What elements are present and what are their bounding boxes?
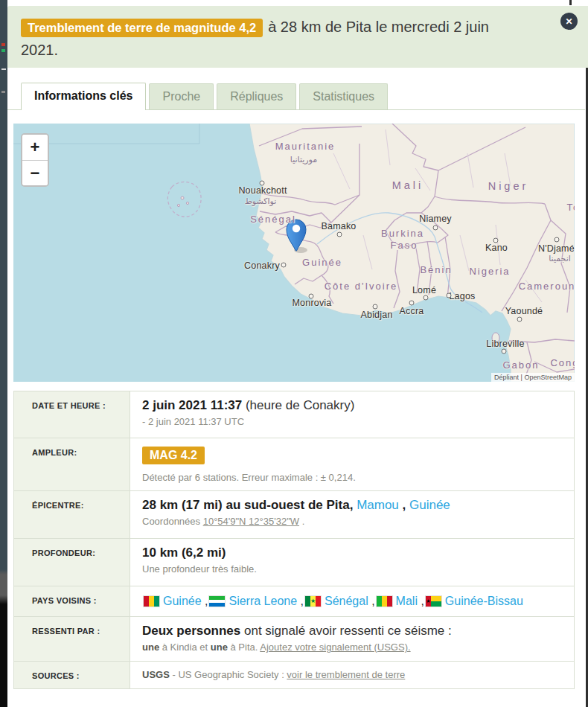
scrollbar-tick [569,0,572,5]
city-marker-icon [309,294,314,299]
map[interactable]: MauritanieموريتانياNouakchottنواكشوطSéné… [13,124,575,382]
magnitude-badge: MAG 4.2 [142,447,205,464]
flag-gw-icon: ★ [426,596,441,607]
link[interactable]: Mali [396,595,418,607]
table-row: ÉPICENTRE:28 km (17 mi) au sud-ouest de … [14,491,574,539]
map-label: Niamey [419,214,452,224]
link[interactable]: 10°54'9"N 12°35'32"W [203,516,299,527]
background-page-edge [0,0,7,707]
earthquake-dialog: Tremblement de terre de magnitude 4,2à 2… [0,0,588,707]
dialog-header: Tremblement de terre de magnitude 4,2à 2… [7,6,588,68]
link[interactable]: Mamou [357,498,399,512]
map-label: Lomé [412,285,436,295]
table-row: DATE ET HEURE :2 juin 2021 11:37 (heure … [14,391,574,438]
map-label: Faso [391,240,418,251]
magnitude-title-badge: Tremblement de terre de magnitude 4,2 [21,19,263,37]
city-marker-icon [502,349,507,354]
row-label: DATE ET HEURE : [14,391,130,438]
city-marker-icon [517,317,523,322]
map-label: Bamako [321,221,356,231]
row-value: 2 juin 2021 11:37 (heure de Conakry)- 2 … [130,391,574,438]
map-label: Kano [485,243,508,253]
map-label: Cong [550,357,575,368]
link[interactable]: Guinée-Bissau [445,595,523,607]
row-label: RESSENTI PAR : [14,617,130,661]
tab-r-pliques[interactable]: Répliques [217,83,296,109]
map-attribution[interactable]: Dépliant | OpenStreetMap [491,373,575,382]
row-value: Guinée ,Sierra Leone ,★Sénégal ,Mali ,★G… [130,586,574,616]
map-label: Conakry [244,260,280,271]
map-label: موريتانيا [290,155,317,164]
link[interactable]: Ajoutez votre signalement (USGS). [260,642,410,653]
flag-sn-icon: ★ [305,596,321,607]
tab-statistiques[interactable]: Statistiques [299,83,388,109]
map-label: Accra [400,306,424,316]
city-marker-icon [409,301,415,306]
link[interactable]: voir le tremblement de terre [287,669,405,680]
flag-gn-icon [144,596,159,607]
info-table: DATE ET HEURE :2 juin 2021 11:37 (heure … [13,391,575,689]
map-labels-layer: MauritanieموريتانياNouakchottنواكشوطSéné… [13,124,575,382]
row-value: 28 km (17 mi) au sud-ouest de Pita, Mamo… [130,491,574,538]
row-label: SOURCES : [14,662,130,688]
city-marker-icon [447,293,452,298]
map-label: Sénégal [250,214,296,225]
map-label: Nouakchott [238,185,287,196]
city-marker-icon [493,238,499,243]
map-label: نواكشوط [245,196,277,206]
map-label: Mali [392,179,424,191]
row-value: Deux personnes ont signalé avoir ressent… [130,617,574,661]
zoom-in-button[interactable]: + [22,135,48,160]
row-value: MAG 4.2Détecté par 6 stations. Erreur ma… [130,438,574,490]
city-marker-icon [433,225,438,231]
flag-ml-icon [377,596,392,607]
city-marker-icon [424,295,429,301]
map-label: Nigeria [469,266,510,277]
row-value: 10 km (6,2 mi)Une profondeur très faible… [130,539,574,586]
map-label: Abidjan [360,310,392,320]
map-label: Mauritanie [275,141,336,152]
table-row: RESSENTI PAR :Deux personnes ont signalé… [14,617,574,662]
map-label: N'Djamén [538,243,575,254]
tab-informations-cl-s[interactable]: Informations clés [21,83,146,110]
map-label: انجمينا [549,254,571,263]
tab-proche[interactable]: Proche [149,83,214,109]
close-button[interactable]: ✕ [560,13,578,30]
map-label: Bénin [420,264,452,275]
city-marker-icon [555,237,560,243]
row-label: AMPLEUR: [14,438,130,490]
row-value: USGS - US Geographic Society : voir le t… [130,662,574,688]
table-row: SOURCES :USGS - US Geographic Society : … [14,662,574,688]
map-label: Yaoundé [505,306,543,316]
map-label: Monrovia [292,298,331,308]
zoom-out-button[interactable]: − [22,160,48,185]
row-label: PAYS VOISINS : [14,586,130,616]
map-zoom-control: + − [21,133,49,187]
link[interactable]: Sénégal [325,595,368,607]
table-row: PROFONDEUR:10 km (6,2 mi)Une profondeur … [14,539,574,586]
city-marker-icon [260,181,265,186]
tab-bar: Informations clésProcheRépliquesStatisti… [7,83,585,110]
row-label: ÉPICENTRE: [14,491,130,538]
city-marker-icon [281,263,287,268]
map-label: Guinée [302,257,342,268]
map-label: Libreville [486,339,524,349]
link[interactable]: Guinée [409,498,450,512]
row-label: PROFONDEUR: [14,539,130,586]
map-label: Tc [567,202,575,213]
flag-sl-icon [209,596,225,607]
table-row: PAYS VOISINS :Guinée ,Sierra Leone ,★Sén… [14,586,574,617]
map-label: Lagos [449,291,475,301]
link[interactable]: Guinée [163,595,202,607]
city-marker-icon [337,232,342,237]
map-label: Cameroun [519,281,575,292]
table-row: AMPLEUR:MAG 4.2Détecté par 6 stations. E… [14,438,574,491]
city-marker-icon [373,304,378,310]
map-label: Côte d'Ivoire [325,281,398,292]
map-label: Burkina [381,228,424,239]
close-icon: ✕ [565,16,572,27]
map-label: Gabon [502,359,539,371]
link[interactable]: Sierra Leone [229,595,297,607]
map-label: Niger [488,180,529,192]
